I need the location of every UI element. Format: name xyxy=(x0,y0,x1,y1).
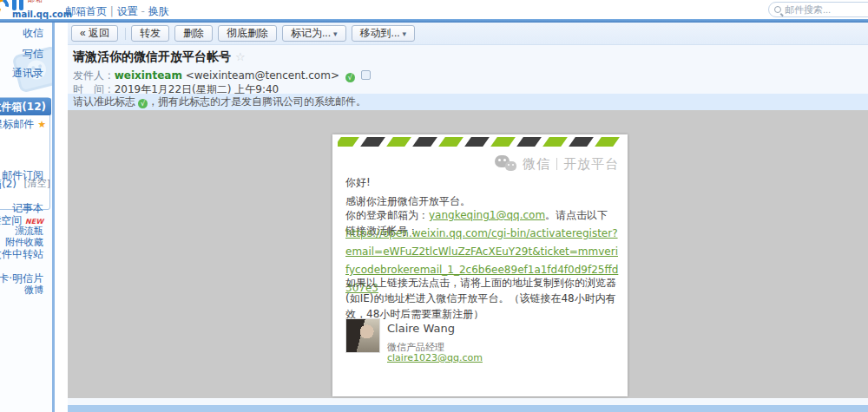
search-icon xyxy=(774,6,781,13)
top-header: 邮箱 mail.qq.com 邮箱首页 | 设置 - 换肤 xyxy=(0,0,868,19)
forward-button[interactable]: 转发 xyxy=(131,25,169,42)
back-button[interactable]: « 返回 xyxy=(71,25,118,42)
wechat-logo-icon xyxy=(495,155,517,173)
profile-card-icon[interactable] xyxy=(361,70,371,80)
greeting-text: 你好! xyxy=(345,174,616,190)
qqmail-logo[interactable]: 邮箱 mail.qq.com xyxy=(0,0,61,19)
delete-forever-button[interactable]: 彻底删除 xyxy=(218,25,277,42)
brand-name: 微信 xyxy=(523,156,550,173)
sidebar-item-inbox[interactable]: 收件箱(12) xyxy=(0,98,51,115)
tencent-verified-icon: √ xyxy=(138,99,148,108)
folder-list: 收件箱(12) ★ 星标邮件 xyxy=(0,97,50,210)
from-row: 发件人 : weixinteam <weixinteam@tencent.com… xyxy=(73,69,371,83)
move-to-dropdown[interactable]: 移动到...▾ xyxy=(352,25,416,42)
sender-address: <weixinteam@tencent.com> xyxy=(186,69,339,82)
mail-body-background: 微信 开放平台 你好! 感谢你注册微信开放平台。 你的登录邮箱为：yangkeq… xyxy=(68,110,868,398)
sidebar-item-file-transfer[interactable]: 文件中转站 xyxy=(0,247,52,261)
nav-skin-link[interactable]: 换肤 xyxy=(148,5,169,17)
mail-subject: 请激活你的微信开放平台帐号 ☆ xyxy=(73,49,246,65)
top-nav: 邮箱首页 | 设置 - 换肤 xyxy=(65,4,169,19)
sidebar: 收信 写信 通讯录 收件箱(12) ★ 星标邮件 垃圾箱(2) [清空] 邮件订… xyxy=(0,23,52,412)
login-email-link[interactable]: yangkeqing1@qq.com xyxy=(429,209,545,221)
chevron-down-icon: ▾ xyxy=(403,29,407,38)
nav-separator: | xyxy=(110,5,114,17)
nav-mail-home-link[interactable]: 邮箱首页 xyxy=(65,5,107,17)
hazard-stripes xyxy=(338,137,622,147)
logo-red-text: 邮箱 xyxy=(28,0,43,4)
mail-content-card: 微信 开放平台 你好! 感谢你注册微信开放平台。 你的登录邮箱为：yangkeq… xyxy=(332,134,628,396)
brand-divider xyxy=(556,158,557,170)
sidebar-item-weibo[interactable]: 微博 xyxy=(0,284,52,298)
bottom-scroll-strip xyxy=(68,405,868,412)
chevron-down-icon: ▾ xyxy=(333,29,338,38)
toolbar-separator xyxy=(125,28,126,40)
logo-url-text: mail.qq.com xyxy=(12,10,72,19)
sidebar-divider xyxy=(52,23,55,412)
sender-name-link[interactable]: weixinteam xyxy=(115,69,182,82)
anti-fraud-notice: 请认准此标志√，拥有此标志的才是发自腾讯公司的系统邮件。 xyxy=(68,94,868,110)
sidebar-item-receive[interactable]: 收信 xyxy=(0,26,52,40)
logo-swash xyxy=(0,0,11,15)
mail-reading-pane: « 返回 转发 删除 彻底删除 标记为...▾ 移动到...▾ 请激活你的微信开… xyxy=(68,23,868,405)
mail-toolbar: « 返回 转发 删除 彻底删除 标记为...▾ 移动到...▾ xyxy=(68,23,868,45)
nav-settings-link[interactable]: 设置 xyxy=(117,5,138,17)
brand-suffix: 开放平台 xyxy=(563,156,619,173)
nav-separator: - xyxy=(141,5,145,17)
wechat-open-platform-brand: 微信 开放平台 xyxy=(495,155,619,173)
subject-star-icon[interactable]: ☆ xyxy=(235,50,246,63)
fallback-instructions: 如果以上链接无法点击，请将上面的地址复制到你的浏览器(如IE)的地址栏进入微信开… xyxy=(345,275,616,322)
sidebar-item-contacts[interactable]: 通讯录 xyxy=(0,66,52,80)
mark-as-dropdown[interactable]: 标记为...▾ xyxy=(282,25,346,42)
star-icon: ★ xyxy=(37,119,46,130)
sender-avatar xyxy=(345,318,380,353)
sidebar-item-subscriptions[interactable]: 邮件订阅 xyxy=(0,168,52,182)
search-input[interactable] xyxy=(785,4,868,15)
sidebar-item-compose[interactable]: 写信 xyxy=(0,47,52,61)
tencent-verified-icon: √ xyxy=(345,73,355,82)
sidebar-item-starred[interactable]: ★ 星标邮件 xyxy=(0,115,51,133)
signature-email-link[interactable]: claire1023@qq.com xyxy=(387,352,483,363)
delete-button[interactable]: 删除 xyxy=(174,25,213,42)
mail-search-box[interactable] xyxy=(768,2,868,17)
signature-name: Claire Wang xyxy=(387,322,455,335)
